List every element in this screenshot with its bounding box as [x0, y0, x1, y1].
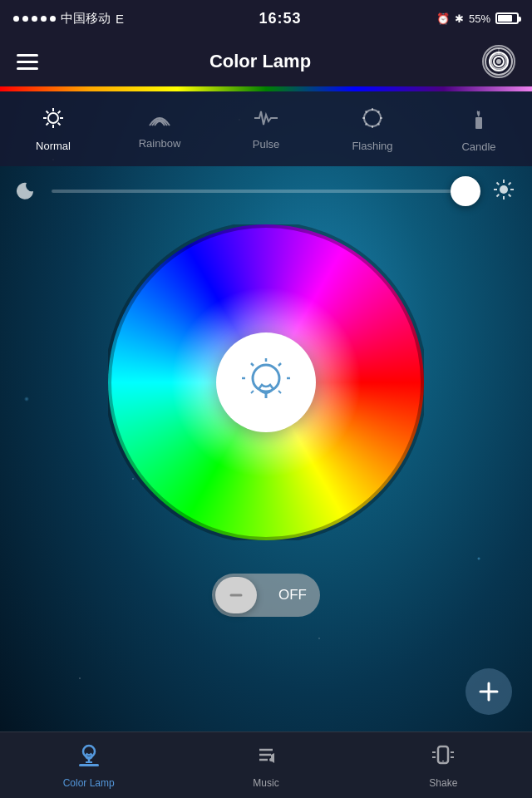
svg-line-39	[278, 363, 281, 366]
svg-point-23	[500, 185, 508, 194]
status-left: 中国移动 E	[13, 11, 124, 27]
tab-music[interactable]: Music	[177, 732, 354, 798]
toggle-track[interactable]: OFF	[212, 574, 320, 617]
sun-bright-icon	[492, 178, 515, 204]
svg-point-1	[491, 54, 506, 69]
tab-rainbow[interactable]: Rainbow	[106, 91, 213, 166]
svg-line-9	[47, 111, 49, 113]
carrier-label: 中国移动	[61, 11, 111, 27]
rainbow-icon	[148, 109, 171, 132]
tab-shake[interactable]: Shake	[355, 732, 532, 798]
tab-candle[interactable]: Candle	[426, 91, 532, 166]
svg-rect-49	[79, 764, 99, 766]
center-light-button[interactable]	[216, 332, 316, 432]
svg-line-11	[58, 111, 61, 113]
svg-line-37	[251, 363, 254, 366]
svg-rect-22	[475, 117, 482, 129]
tab-normal-label: Normal	[36, 140, 71, 152]
svg-line-10	[58, 122, 61, 125]
tab-bar: Color Lamp Music	[0, 732, 532, 798]
svg-line-41	[251, 391, 254, 393]
mode-tabs: Normal Rainbow Pulse	[0, 91, 532, 166]
add-button[interactable]	[466, 668, 512, 715]
brightness-thumb[interactable]	[451, 176, 480, 206]
bluetooth-icon: ✱	[455, 12, 464, 25]
tab-music-label: Music	[253, 777, 278, 789]
tab-color-lamp[interactable]: Color Lamp	[0, 732, 177, 798]
signal-dots	[13, 16, 56, 22]
status-bar: 中国移动 E 16:53 ⏰ ✱ 55%	[0, 0, 532, 37]
minus-icon	[227, 586, 245, 604]
svg-point-4	[48, 113, 58, 123]
tab-flashing[interactable]: Flashing	[319, 91, 426, 166]
shake-tab-icon	[430, 741, 456, 774]
candle-icon	[470, 106, 488, 135]
music-tab-icon	[253, 741, 279, 774]
moon-icon	[17, 178, 40, 204]
svg-point-0	[485, 48, 512, 75]
tab-pulse-label: Pulse	[253, 138, 280, 150]
disc-icon	[484, 47, 514, 76]
color-wheel[interactable]	[108, 224, 424, 540]
menu-button[interactable]	[17, 54, 38, 70]
network-type: E	[116, 12, 124, 26]
header: Color Lamp	[0, 37, 532, 86]
clock: 16:53	[259, 10, 301, 27]
battery-percent: 55%	[469, 12, 490, 25]
tab-color-lamp-label: Color Lamp	[63, 777, 115, 789]
tab-rainbow-label: Rainbow	[139, 137, 181, 150]
tab-pulse[interactable]: Pulse	[213, 91, 319, 166]
tab-flashing-label: Flashing	[352, 140, 392, 152]
flash-icon	[361, 106, 384, 135]
plus-icon	[477, 680, 500, 703]
svg-line-30	[509, 183, 511, 185]
toggle-thumb	[215, 577, 257, 613]
disc-button[interactable]	[482, 45, 515, 78]
tab-candle-label: Candle	[461, 140, 495, 153]
tab-normal[interactable]: Normal	[0, 91, 106, 166]
pulse-icon	[253, 108, 279, 133]
svg-line-31	[497, 195, 500, 197]
app-title: Color Lamp	[209, 51, 311, 72]
svg-point-2	[496, 59, 501, 64]
sun-icon	[42, 106, 65, 135]
bulb-icon	[237, 353, 295, 411]
svg-line-12	[47, 122, 49, 125]
svg-line-42	[278, 391, 281, 393]
brightness-row	[0, 166, 532, 216]
power-toggle[interactable]: OFF	[212, 574, 320, 617]
battery-icon	[495, 12, 519, 24]
lamp-tab-icon	[76, 741, 102, 774]
tab-shake-label: Shake	[429, 777, 457, 789]
svg-line-29	[509, 195, 511, 197]
brightness-slider[interactable]	[52, 190, 480, 193]
svg-line-28	[497, 183, 500, 185]
toggle-label: OFF	[278, 587, 307, 603]
alarm-icon: ⏰	[436, 12, 450, 25]
status-right: ⏰ ✱ 55%	[436, 12, 519, 25]
brightness-track	[52, 190, 480, 193]
